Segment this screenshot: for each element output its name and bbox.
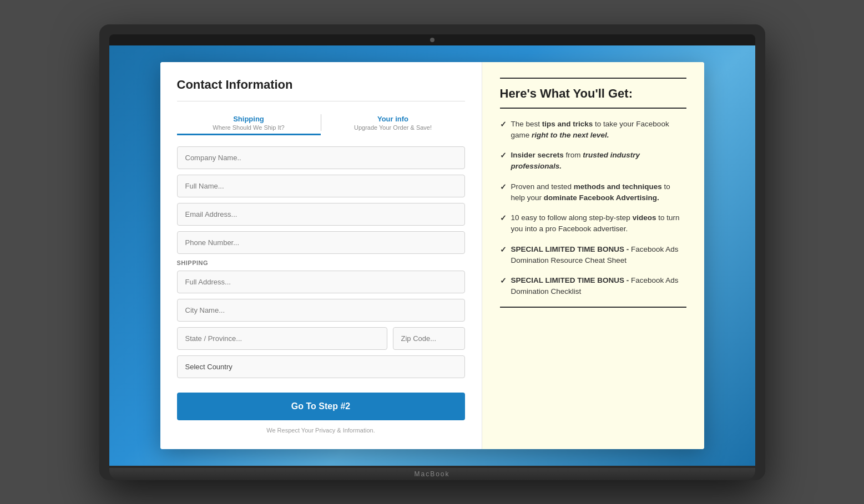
benefit-text-1: The best tips and tricks to take your Fa… bbox=[511, 119, 686, 141]
email-field-group bbox=[177, 203, 465, 226]
macbook-base: MacBook bbox=[109, 468, 755, 480]
list-item: ✓ Insider secrets from trusted industry … bbox=[500, 150, 686, 172]
tab-shipping-sub: Where Should We Ship It? bbox=[179, 124, 319, 131]
list-item: ✓ Proven and tested methods and techniqu… bbox=[500, 181, 686, 204]
go-to-step2-button[interactable]: Go To Step #2 bbox=[177, 393, 465, 420]
checkmark-icon: ✓ bbox=[500, 275, 507, 287]
tab-yourinfo-label: Your info bbox=[324, 115, 463, 123]
checkmark-icon: ✓ bbox=[500, 212, 507, 224]
benefit-text-5: SPECIAL LIMITED TIME BONUS - Facebook Ad… bbox=[511, 244, 686, 267]
company-input[interactable] bbox=[177, 146, 465, 169]
state-input[interactable] bbox=[177, 327, 387, 350]
fullname-input[interactable] bbox=[177, 175, 465, 197]
tab-yourinfo[interactable]: Your info Upgrade Your Order & Save! bbox=[321, 110, 465, 135]
checkmark-icon: ✓ bbox=[500, 119, 507, 130]
tab-active-bar bbox=[177, 134, 321, 135]
tab-shipping-label: Shipping bbox=[179, 115, 319, 123]
list-item: ✓ SPECIAL LIMITED TIME BONUS - Facebook … bbox=[500, 275, 686, 298]
address-input[interactable] bbox=[177, 271, 465, 293]
state-zip-row bbox=[177, 327, 465, 350]
benefit-list: ✓ The best tips and tricks to take your … bbox=[500, 119, 686, 298]
camera-dot bbox=[430, 38, 434, 42]
email-input[interactable] bbox=[177, 203, 465, 226]
list-item: ✓ The best tips and tricks to take your … bbox=[500, 119, 686, 141]
list-item: ✓ SPECIAL LIMITED TIME BONUS - Facebook … bbox=[500, 244, 686, 267]
shipping-section-label: SHIPPING bbox=[177, 259, 465, 266]
checkmark-icon: ✓ bbox=[500, 150, 507, 161]
address-field-group bbox=[177, 271, 465, 293]
country-select[interactable]: Select Country United States United King… bbox=[177, 355, 465, 378]
phone-field-group bbox=[177, 231, 465, 254]
fullname-field-group bbox=[177, 175, 465, 197]
screen-content: Contact Information Shipping Where Shoul… bbox=[109, 45, 755, 466]
zip-input[interactable] bbox=[393, 327, 465, 350]
phone-input[interactable] bbox=[177, 231, 465, 254]
tab-yourinfo-sub: Upgrade Your Order & Save! bbox=[324, 124, 463, 131]
right-panel: Here's What You'll Get: ✓ The best tips … bbox=[482, 62, 704, 449]
privacy-text: We Respect Your Privacy & Information. bbox=[177, 427, 465, 434]
checkmark-icon: ✓ bbox=[500, 244, 507, 256]
country-field-group: Select Country United States United King… bbox=[177, 355, 465, 378]
city-field-group bbox=[177, 299, 465, 322]
right-divider-top bbox=[500, 78, 686, 79]
macbook-screen: Contact Information Shipping Where Shoul… bbox=[109, 34, 755, 466]
tab-shipping[interactable]: Shipping Where Should We Ship It? bbox=[177, 110, 321, 135]
browser-window: Contact Information Shipping Where Shoul… bbox=[160, 62, 704, 449]
right-divider-final bbox=[500, 307, 686, 308]
city-input[interactable] bbox=[177, 299, 465, 322]
benefit-text-6: SPECIAL LIMITED TIME BONUS - Facebook Ad… bbox=[511, 275, 686, 298]
right-panel-title: Here's What You'll Get: bbox=[500, 86, 686, 101]
list-item: ✓ 10 easy to follow along step-by-step v… bbox=[500, 212, 686, 235]
benefit-text-3: Proven and tested methods and techniques… bbox=[511, 181, 686, 204]
top-divider bbox=[177, 101, 465, 101]
left-panel: Contact Information Shipping Where Shoul… bbox=[160, 62, 482, 449]
macbook-brand-label: MacBook bbox=[414, 470, 449, 478]
benefit-text-2: Insider secrets from trusted industry pr… bbox=[511, 150, 686, 172]
macbook-frame: Contact Information Shipping Where Shoul… bbox=[99, 24, 765, 480]
benefit-text-4: 10 easy to follow along step-by-step vid… bbox=[511, 212, 686, 235]
macbook-notch bbox=[377, 466, 488, 468]
company-field-group bbox=[177, 146, 465, 169]
checkmark-icon: ✓ bbox=[500, 181, 507, 193]
tabs: Shipping Where Should We Ship It? Your i… bbox=[177, 110, 465, 135]
right-divider-bottom bbox=[500, 108, 686, 109]
page-title: Contact Information bbox=[177, 78, 465, 92]
